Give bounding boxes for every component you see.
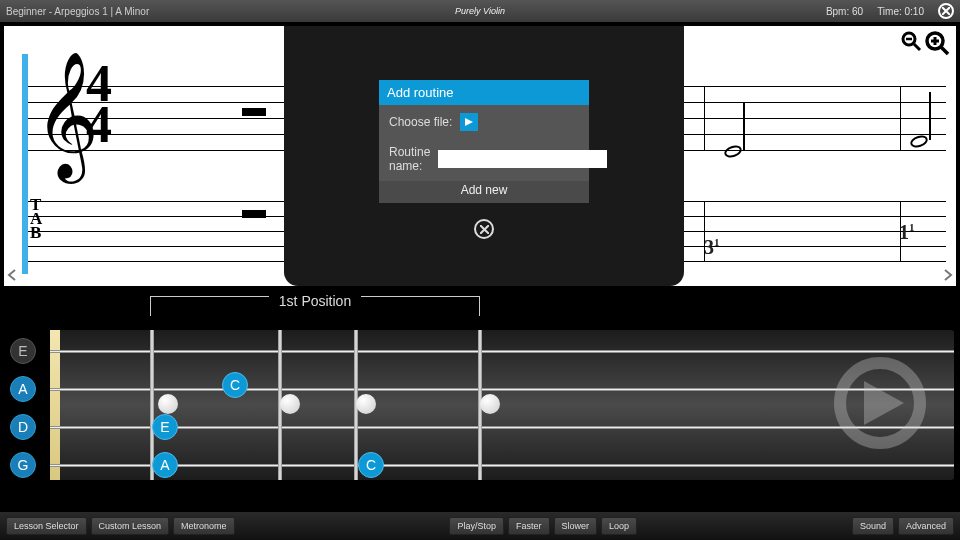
tab-number: 31: [704, 236, 720, 259]
fretboard-note[interactable]: C: [222, 372, 248, 398]
advance-arrow-icon: [830, 353, 930, 457]
top-bar: Beginner - Arpeggios 1 | A Minor Purely …: [0, 0, 960, 22]
routine-name-label: Routine name:: [389, 145, 430, 173]
play-icon: [464, 117, 474, 127]
time-sig-bottom: 4: [86, 105, 112, 146]
add-new-button[interactable]: Add new: [379, 181, 589, 203]
metronome-button[interactable]: Metronome: [173, 517, 235, 535]
bpm-display: Bpm: 60: [826, 6, 863, 17]
modal-backdrop: Add routine Choose file: Routine name: A…: [284, 26, 684, 286]
play-stop-button[interactable]: Play/Stop: [449, 517, 504, 535]
zoom-out-button[interactable]: [900, 30, 922, 56]
faster-button[interactable]: Faster: [508, 517, 550, 535]
open-string-a[interactable]: A: [10, 376, 36, 402]
loop-button[interactable]: Loop: [601, 517, 637, 535]
advanced-button[interactable]: Advanced: [898, 517, 954, 535]
open-string-g[interactable]: G: [10, 452, 36, 478]
string: [50, 388, 954, 391]
slower-button[interactable]: Slower: [554, 517, 598, 535]
open-string-d[interactable]: D: [10, 414, 36, 440]
svg-text:Purely Violin: Purely Violin: [455, 6, 505, 16]
string: [50, 350, 954, 353]
choose-file-button[interactable]: [460, 113, 478, 131]
bottom-bar: Lesson Selector Custom Lesson Metronome …: [0, 512, 960, 540]
next-page-button[interactable]: [942, 268, 954, 284]
svg-marker-10: [864, 381, 904, 425]
whole-rest-icon: [242, 108, 266, 116]
string: [50, 426, 954, 429]
chevron-left-icon: [6, 269, 18, 281]
fretboard-note[interactable]: C: [358, 452, 384, 478]
prev-page-button[interactable]: [6, 268, 18, 284]
lesson-selector-button[interactable]: Lesson Selector: [6, 517, 87, 535]
position-bracket: 1st Position: [150, 296, 480, 316]
close-icon: [480, 225, 489, 234]
svg-marker-8: [465, 118, 473, 126]
close-button[interactable]: [938, 3, 954, 19]
time-display: Time: 0:10: [877, 6, 924, 17]
fretboard[interactable]: C E A C: [50, 330, 954, 480]
svg-line-5: [941, 47, 948, 54]
fretboard-note[interactable]: E: [152, 414, 178, 440]
dialog-title: Add routine: [379, 80, 589, 105]
whole-rest-icon: [242, 210, 266, 218]
lesson-title: Beginner - Arpeggios 1 | A Minor: [6, 6, 149, 17]
barline: [900, 86, 901, 150]
fretboard-note[interactable]: A: [152, 452, 178, 478]
add-routine-dialog: Add routine Choose file: Routine name: A…: [379, 80, 589, 203]
sound-button[interactable]: Sound: [852, 517, 894, 535]
open-string-e[interactable]: E: [10, 338, 36, 364]
position-label: 1st Position: [269, 293, 361, 309]
fretboard-panel: 1st Position E A D G C E A C: [0, 292, 960, 496]
choose-file-label: Choose file:: [389, 115, 452, 129]
marker-dot: [356, 394, 376, 414]
note-stem: [743, 102, 745, 150]
marker-dot: [158, 394, 178, 414]
svg-line-2: [914, 44, 920, 50]
zoom-in-button[interactable]: [924, 30, 950, 56]
tab-number: 11: [899, 221, 915, 244]
dialog-close-button[interactable]: [474, 219, 494, 239]
string: [50, 464, 954, 467]
app-brand: Purely Violin: [445, 3, 515, 19]
time-signature: 4 4: [86, 64, 112, 145]
close-icon: [942, 7, 950, 15]
marker-dot: [480, 394, 500, 414]
notation-panel: 𝄞 4 4 T A B 11 31 11 Add routine Ch: [4, 26, 956, 286]
marker-dot: [280, 394, 300, 414]
chevron-right-icon: [942, 269, 954, 281]
routine-name-input[interactable]: [438, 150, 607, 168]
note-stem: [929, 92, 931, 140]
barline: [704, 86, 705, 150]
custom-lesson-button[interactable]: Custom Lesson: [91, 517, 170, 535]
